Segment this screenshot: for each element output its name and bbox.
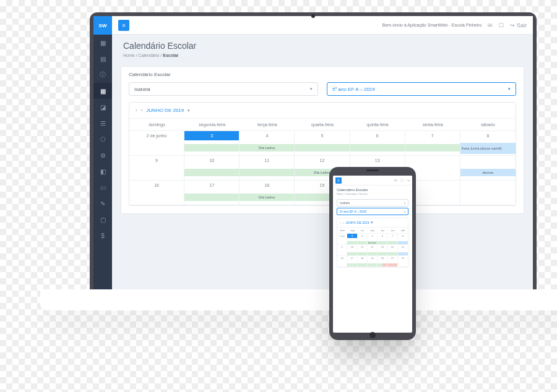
day-cell[interactable]: 2 de junho [129,131,184,156]
chevron-down-icon[interactable]: ▾ [188,108,190,113]
nav-doc-icon[interactable]: ▤ [93,51,112,67]
event[interactable] [398,252,408,255]
event[interactable] [387,241,397,244]
event[interactable] [368,263,377,266]
day-cell[interactable] [460,181,516,205]
phone-day-cell[interactable]: 20 [378,256,387,267]
logout-button[interactable]: ↪ Sair [510,22,527,28]
prev-month-button[interactable]: ‹ [136,108,137,113]
phone-day-cell[interactable]: 21 [387,256,397,267]
event[interactable] [358,241,367,244]
menu-toggle-button[interactable]: ≡ [118,20,129,31]
nav-item-10-icon[interactable]: ▭ [93,179,112,195]
event[interactable] [347,263,356,266]
phone-day-cell[interactable]: 6 [378,234,387,245]
phone-day-cell[interactable]: 16 [337,256,347,267]
nav-calendar-icon[interactable]: ▦ [93,83,112,99]
nav-item-11-icon[interactable]: ✎ [93,195,112,211]
day-cell[interactable]: alunos [460,156,516,181]
phone-mail-icon[interactable]: ✉ [394,178,397,182]
brand-logo[interactable]: SW [93,16,112,35]
phone-day-cell[interactable]: 18 [358,256,368,267]
nav-money-icon[interactable]: $ [93,228,112,244]
day-cell[interactable]: 10 [184,156,240,181]
phone-day-cell[interactable]: 7 [387,234,397,245]
nav-user-icon[interactable]: ⓘ [93,67,112,83]
nav-dashboard-icon[interactable]: ▦ [93,35,112,51]
phone-day-cell[interactable]: 10 [347,245,357,256]
chevron-down-icon: ▾ [404,210,405,213]
nav-item-5-icon[interactable]: ◪ [93,99,112,115]
phone-day-cell[interactable]: 4 [358,234,368,245]
phone-next-month[interactable]: › [343,221,344,224]
event[interactable] [398,241,408,244]
phone-prev-month[interactable]: ‹ [340,221,341,224]
day-cell[interactable]: 5 [295,131,350,156]
phone-day-cell[interactable]: 19 [368,256,378,267]
day-cell[interactable]: 6 [350,131,405,156]
event[interactable] [387,252,397,255]
nav-item-6-icon[interactable]: ☰ [93,115,112,131]
day-cell[interactable]: 16 [129,181,184,205]
event[interactable] [347,241,356,244]
event[interactable] [368,252,377,255]
phone-menu-button[interactable]: ≡ [335,177,342,184]
event-dia-letivo[interactable] [240,169,294,176]
phone-day-cell[interactable]: 3 [347,234,357,245]
crumb-home[interactable]: Home [123,53,135,58]
day-cell[interactable]: 17 [184,181,240,205]
class-select[interactable]: 5º ano EF A – 2019 ▾ [327,82,516,96]
day-cell[interactable]: 9 [129,156,184,181]
edit-icon[interactable]: ☐ [499,22,504,28]
nav-item-8-icon[interactable]: ⚙ [93,147,112,163]
phone-logout-icon[interactable]: ↪ [407,178,410,182]
day-cell[interactable]: 8Festa Junina (alunos manhã) [460,131,516,156]
event[interactable]: Dia Letivo [368,241,377,244]
mail-icon[interactable]: ✉ [488,22,493,28]
event[interactable] [387,263,397,266]
phone-day-cell[interactable]: 11 [358,245,368,256]
phone-day-cell[interactable]: 12 [368,245,378,256]
event-dia-letivo[interactable] [184,194,239,201]
event-dia-letivo[interactable] [350,144,405,151]
chevron-down-icon[interactable]: ▾ [371,220,373,225]
day-cell[interactable]: 11 [240,156,295,181]
phone-day-cell[interactable]: 13 [378,245,387,256]
phone-day-cell[interactable]: 22 [398,256,408,267]
event[interactable] [378,241,387,244]
event[interactable] [378,252,387,255]
event-festa-junina[interactable]: Festa Junina (alunos manhã) [460,143,516,154]
day-cell[interactable]: 18Dia Letivo [240,181,295,205]
event-dia-letivo[interactable] [295,144,349,151]
next-month-button[interactable]: › [141,108,143,113]
crumb-calendar[interactable]: Calendário [139,53,160,58]
event-dia-letivo[interactable] [184,169,239,176]
student-select[interactable]: Isabela ▾ [129,82,318,96]
phone-day-cell[interactable]: 8 [398,234,408,245]
day-cell[interactable]: 3 [184,131,240,156]
event-alunos[interactable]: alunos [460,169,516,176]
phone-day-cell[interactable]: 15 [398,245,408,256]
event[interactable] [347,252,356,255]
phone-day-cell[interactable]: 9 [337,245,347,256]
phone-edit-icon[interactable]: ☐ [400,178,404,182]
day-cell[interactable]: 7 [405,131,460,156]
event-dia-letivo[interactable]: Dia Letivo [240,144,294,151]
phone-day-cell[interactable]: 5Dia Letivo [368,234,378,245]
nav-item-9-icon[interactable]: ◧ [93,163,112,179]
phone-student-select[interactable]: Isabela ▾ [337,199,408,207]
event[interactable] [378,263,382,266]
day-cell[interactable]: 4Dia Letivo [240,131,295,156]
nav-item-7-icon[interactable]: ⎔ [93,131,112,147]
event-dia-letivo[interactable]: Dia Letivo [240,194,294,201]
event-dia-letivo[interactable] [405,144,460,151]
phone-day-cell[interactable]: 2 jun [337,234,347,245]
phone-class-select[interactable]: 5º ano EF A – 2019 ▾ [337,208,408,215]
event[interactable] [382,263,387,266]
nav-item-12-icon[interactable]: ▢ [93,211,112,228]
event[interactable] [358,252,367,255]
event[interactable] [358,263,367,266]
phone-day-cell[interactable]: 14 [387,245,397,256]
event-dia-letivo[interactable] [184,144,239,151]
phone-day-cell[interactable]: 17 [347,256,357,267]
